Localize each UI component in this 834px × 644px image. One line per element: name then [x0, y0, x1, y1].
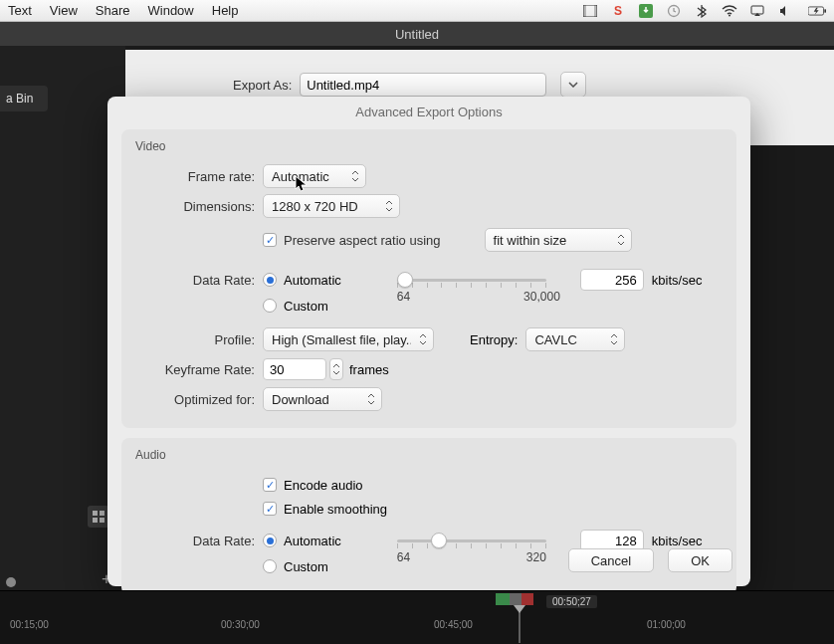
record-dot	[6, 577, 16, 587]
playhead-timecode: 00:50;27	[546, 595, 597, 608]
timeline-mark: 01:00;00	[647, 619, 686, 630]
profile-value: High (Smallest file, play...	[272, 332, 411, 347]
framerate-label: Frame rate:	[135, 169, 255, 184]
audio-datarate-custom-radio[interactable]	[263, 559, 277, 573]
audio-bitrate-slider[interactable]: 64 320	[397, 529, 546, 552]
audio-datarate-custom-label: Custom	[284, 559, 328, 574]
menu-text[interactable]: Text	[8, 3, 32, 18]
advanced-export-dialog: Advanced Export Options Video Frame rate…	[107, 97, 750, 586]
svg-rect-1	[583, 5, 586, 17]
volume-icon	[776, 4, 794, 18]
chevron-updown-icon	[367, 392, 375, 406]
menubar: Text View Share Window Help S	[0, 0, 834, 22]
menu-window[interactable]: Window	[148, 3, 194, 18]
video-section: Video Frame rate: Automatic Dimensions: …	[121, 129, 736, 428]
profile-select[interactable]: High (Smallest file, play...	[263, 327, 434, 351]
fit-mode-value: fit within size	[494, 233, 567, 248]
profile-label: Profile:	[135, 332, 255, 347]
download-icon	[637, 4, 655, 18]
video-datarate-auto-radio[interactable]	[263, 273, 277, 287]
video-bitrate-slider[interactable]: 64 30,000	[397, 268, 546, 292]
film-icon	[581, 4, 599, 18]
entropy-value: CAVLC	[534, 332, 576, 347]
audio-slider-max: 320	[526, 550, 546, 564]
chevron-updown-icon	[617, 233, 625, 247]
audio-bitrate-unit: kbits/sec	[652, 534, 703, 548]
optimized-select[interactable]: Download	[263, 387, 382, 411]
framerate-value: Automatic	[272, 169, 329, 184]
bin-tab[interactable]: a Bin	[0, 86, 48, 111]
airplay-icon	[748, 4, 766, 18]
window-title: Untitled	[0, 22, 834, 46]
chevron-updown-icon	[385, 199, 393, 213]
export-filename-field[interactable]	[300, 73, 546, 97]
timeline-mark: 00:45;00	[434, 619, 473, 630]
menu-share[interactable]: Share	[96, 3, 130, 18]
svg-rect-9	[93, 511, 98, 516]
optimized-value: Download	[272, 392, 329, 407]
timeline-clip-red[interactable]	[521, 593, 533, 605]
entropy-select[interactable]: CAVLC	[525, 327, 625, 351]
video-bitrate-field[interactable]: 256	[580, 269, 644, 291]
audio-datarate-auto-radio[interactable]	[263, 534, 277, 547]
timeline-mark: 00:30;00	[221, 619, 260, 630]
encode-audio-label: Encode audio	[284, 478, 363, 493]
timeline[interactable]: 00:50;27 00:15;00 00:30;00 00:45;00 01:0…	[0, 590, 834, 644]
video-datarate-label: Data Rate:	[135, 273, 255, 288]
chevron-updown-icon	[419, 332, 427, 346]
dimensions-select[interactable]: 1280 x 720 HD	[263, 194, 400, 218]
chevron-updown-icon	[351, 169, 359, 183]
video-slider-min: 64	[397, 290, 410, 304]
audio-heading: Audio	[135, 448, 723, 462]
video-bitrate-unit: kbits/sec	[652, 273, 703, 288]
encode-audio-checkbox[interactable]	[263, 478, 277, 492]
optimized-label: Optimized for:	[135, 392, 255, 407]
video-datarate-custom-label: Custom	[284, 299, 328, 314]
s-icon: S	[609, 4, 627, 18]
fit-mode-select[interactable]: fit within size	[485, 228, 632, 252]
smoothing-label: Enable smoothing	[284, 502, 387, 517]
menu-help[interactable]: Help	[212, 3, 239, 18]
bluetooth-icon	[693, 4, 711, 18]
video-datarate-auto-label: Automatic	[284, 273, 341, 288]
svg-rect-8	[824, 9, 826, 12]
keyframe-stepper[interactable]	[329, 358, 343, 380]
svg-rect-10	[100, 511, 104, 516]
svg-rect-6	[751, 6, 763, 14]
export-location-dropdown[interactable]	[560, 72, 586, 98]
chevron-updown-icon	[610, 332, 618, 346]
video-slider-max: 30,000	[523, 290, 560, 304]
svg-rect-2	[594, 5, 597, 17]
keyframe-unit: frames	[349, 362, 389, 377]
dimensions-value: 1280 x 720 HD	[272, 199, 358, 214]
timeline-clip-grey[interactable]	[510, 593, 521, 605]
entropy-label: Entropy:	[470, 332, 518, 347]
svg-point-5	[729, 14, 730, 16]
wifi-icon	[721, 4, 738, 18]
audio-datarate-auto-label: Automatic	[284, 534, 341, 548]
ok-button[interactable]: OK	[668, 548, 732, 572]
svg-rect-12	[100, 518, 104, 523]
keyframe-label: Keyframe Rate:	[135, 362, 255, 377]
grid-view-button[interactable]	[88, 506, 109, 528]
timeline-clip-green[interactable]	[496, 593, 510, 605]
svg-rect-11	[93, 518, 98, 523]
keyframe-field[interactable]: 30	[263, 358, 326, 380]
timeline-mark: 00:15;00	[10, 619, 49, 630]
battery-icon	[808, 4, 826, 18]
video-heading: Video	[135, 139, 723, 153]
export-as-label: Export As:	[233, 78, 292, 93]
preserve-aspect-checkbox[interactable]	[263, 233, 277, 247]
audio-slider-min: 64	[397, 550, 410, 564]
framerate-select[interactable]: Automatic	[263, 164, 366, 188]
dimensions-label: Dimensions:	[135, 199, 255, 214]
smoothing-checkbox[interactable]	[263, 502, 277, 516]
dialog-title: Advanced Export Options	[107, 97, 750, 123]
video-datarate-custom-radio[interactable]	[263, 299, 277, 313]
menu-view[interactable]: View	[50, 3, 78, 18]
cancel-button[interactable]: Cancel	[568, 548, 654, 572]
preserve-aspect-label: Preserve aspect ratio using	[284, 233, 441, 248]
audio-datarate-label: Data Rate:	[135, 534, 255, 548]
timemachine-icon	[665, 4, 683, 18]
